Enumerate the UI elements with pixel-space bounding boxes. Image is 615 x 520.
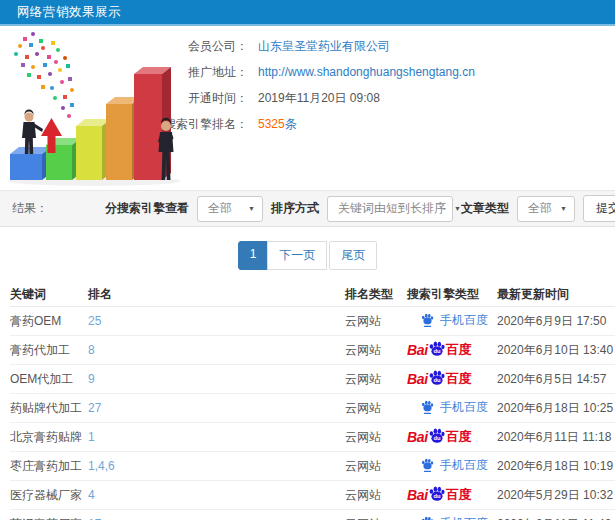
submit-button[interactable]: 提交 [583,195,615,222]
engine-rank-value: 5325条 [258,116,297,133]
table-row: 医疗器械厂家 4 云网站 Bai du 百度 2020年5月29日 10:32 [10,481,615,510]
baidu-paw-icon: du [428,369,446,387]
baidu-logo: Bai du 百度 [407,485,471,505]
baidu-logo-du: du [433,435,441,441]
cell-keyword: 膏药OEM [10,313,88,330]
cell-rank[interactable]: 9 [88,372,345,386]
cell-rank-type: 云网站 [345,313,407,330]
company-link[interactable]: 山东皇圣堂药业有限公司 [258,38,390,55]
cell-updated: 2020年6月11日 11:18 [497,429,615,446]
table-row: 枣庄膏药加工 1,4,6 云网站 手机百度 2020年6月18日 10:19 [10,452,615,481]
article-type-select-value: 全部 [528,200,552,217]
cell-rank-type: 云网站 [345,487,407,504]
info-row-url: 推广地址： http://www.shandonghuangshengtang.… [158,59,615,85]
mobile-baidu-badge: 手机百度 [407,312,488,329]
table-row: OEM代加工 9 云网站 Bai du 百度 2020年6月5日 14:57 [10,365,615,394]
last-page-button[interactable]: 尾页 [329,241,377,270]
cell-rank-type: 云网站 [345,400,407,417]
growth-chart-image [2,30,192,188]
filter-bar: 结果： 分搜索引擎查看 全部 ▼ 排序方式 关键词由短到长排序 ▼ 文章类型 全… [0,190,615,227]
mobile-baidu-badge: 手机百度 [407,457,488,474]
engine-select[interactable]: 全部 ▼ [197,196,263,222]
cell-updated: 2020年5月29日 10:32 [497,487,615,504]
cell-rank[interactable]: 1,4,6 [88,459,345,473]
mobile-baidu-label: 手机百度 [440,515,488,520]
cell-rank-type: 云网站 [345,429,407,446]
table-row: 菏泽膏药厂家 17 云网站 手机百度 2020年6月11日 11:40 [10,510,615,520]
next-page-button[interactable]: 下一页 [267,241,327,270]
baidu-logo: Bai du 百度 [407,340,471,360]
sort-filter-label: 排序方式 [271,200,319,217]
cell-engine: 手机百度 [407,312,497,331]
baidu-logo-cn: 百度 [446,370,471,388]
mobile-baidu-label: 手机百度 [440,312,488,329]
baidu-logo-du: du [433,493,441,499]
baidu-logo-bai: Bai [407,429,428,445]
article-type-select[interactable]: 全部 ▼ [517,196,575,222]
info-section: 会员公司： 山东皇圣堂药业有限公司 推广地址： http://www.shand… [0,26,615,190]
col-updated: 最新更新时间 [497,286,615,303]
table-row: 膏药代加工 8 云网站 Bai du 百度 2020年6月10日 13:40 [10,336,615,365]
sort-select-value: 关键词由短到长排序 [338,200,446,217]
mobile-baidu-badge: 手机百度 [407,515,488,520]
info-row-rank: 搜索引擎排名： 5325条 [158,111,615,137]
table-row: 膏药OEM 25 云网站 手机百度 2020年6月9日 17:50 [10,307,615,336]
chevron-down-icon: ▼ [454,205,461,212]
cell-engine: Bai du 百度 [407,340,497,360]
table-header-row: 关键词 排名 排名类型 搜索引擎类型 最新更新时间 [10,282,615,307]
rank-unit: 条 [285,117,297,131]
cell-updated: 2020年6月18日 10:25 [497,400,615,417]
page-1-button[interactable]: 1 [238,241,269,270]
baidu-logo-du: du [433,377,441,383]
cell-updated: 2020年6月11日 11:40 [497,516,615,520]
open-time-value: 2019年11月20日 09:08 [258,90,380,107]
mobile-baidu-badge: 手机百度 [407,399,488,416]
sort-select[interactable]: 关键词由短到长排序 ▼ [327,196,453,222]
info-row-opened: 开通时间： 2019年11月20日 09:08 [158,85,615,111]
article-type-label: 文章类型 [461,200,509,217]
growth-chart-illustration [2,30,192,188]
cell-rank[interactable]: 27 [88,401,345,415]
cell-updated: 2020年6月18日 10:19 [497,458,615,475]
result-label: 结果： [12,200,48,217]
cell-engine: Bai du 百度 [407,369,497,389]
cell-updated: 2020年6月10日 13:40 [497,342,615,359]
table-body: 膏药OEM 25 云网站 手机百度 2020年6月9日 17:50 膏药代加工 … [10,307,615,520]
cell-keyword: 膏药代加工 [10,342,88,359]
cell-rank[interactable]: 4 [88,488,345,502]
baidu-logo-du: du [433,348,441,354]
cell-keyword: 菏泽膏药厂家 [10,516,88,520]
baidu-paw-icon [420,458,435,473]
col-rank-type: 排名类型 [345,286,407,303]
cell-rank[interactable]: 25 [88,314,345,328]
baidu-paw-icon: du [428,427,446,445]
cell-engine: 手机百度 [407,457,497,476]
baidu-paw-icon [420,313,435,328]
cell-rank[interactable]: 1 [88,430,345,444]
cell-rank-type: 云网站 [345,371,407,388]
bar-yellow [76,119,111,180]
cell-keyword: 枣庄膏药加工 [10,458,88,475]
baidu-paw-icon: du [428,340,446,358]
mobile-baidu-label: 手机百度 [440,457,488,474]
cell-updated: 2020年6月9日 17:50 [497,313,615,330]
col-engine-type: 搜索引擎类型 [407,286,497,303]
baidu-paw-icon [420,400,435,415]
cell-engine: Bai du 百度 [407,427,497,447]
baidu-logo-cn: 百度 [446,428,471,446]
cell-engine: 手机百度 [407,515,497,520]
cell-keyword: 北京膏药贴牌 [10,429,88,446]
info-row-company: 会员公司： 山东皇圣堂药业有限公司 [158,33,615,59]
cell-rank[interactable]: 8 [88,343,345,357]
baidu-logo-cn: 百度 [446,341,471,359]
page-header: 网络营销效果展示 [0,0,615,26]
baidu-paw-icon [420,516,435,520]
promo-url-link[interactable]: http://www.shandonghuangshengtang.cn [258,65,475,79]
engine-select-value: 全部 [208,200,232,217]
engine-filter-label: 分搜索引擎查看 [105,200,189,217]
rank-count: 5325 [258,117,285,131]
keyword-rank-table: 关键词 排名 排名类型 搜索引擎类型 最新更新时间 膏药OEM 25 云网站 手… [0,282,615,520]
chevron-down-icon: ▼ [248,205,255,212]
col-keyword: 关键词 [10,286,88,303]
chevron-down-icon: ▼ [560,205,567,212]
